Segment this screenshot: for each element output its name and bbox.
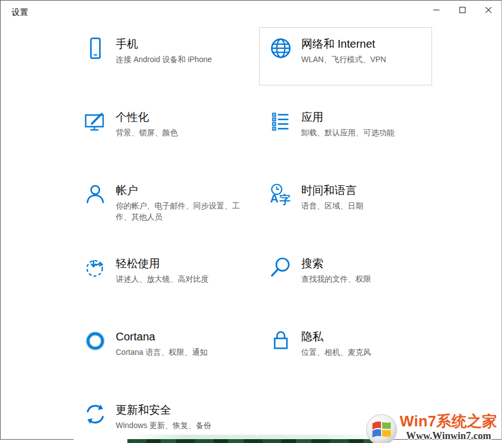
category-text: 轻松使用 讲述人、放大镜、高对比度: [116, 256, 243, 284]
settings-category-phone[interactable]: 手机 连接 Android 设备和 iPhone: [74, 27, 246, 85]
category-subtitle: 背景、锁屏、颜色: [116, 127, 243, 138]
watermark-site: Www.Winwin7.com: [406, 431, 491, 441]
category-subtitle: 讲述人、放大镜、高对比度: [116, 273, 243, 284]
ease-of-access-icon: [84, 256, 107, 279]
category-text: 更新和安全 Windows 更新、恢复、备份: [116, 403, 243, 431]
settings-category-accounts[interactable]: 帐户 你的帐户、电子邮件、同步设置、工作、其他人员: [74, 174, 246, 232]
category-text: 隐私 位置、相机、麦克风: [301, 329, 429, 358]
bottom-green-bar: [127, 439, 388, 443]
category-subtitle: WLAN、飞行模式、VPN: [301, 54, 429, 65]
maximize-icon: [459, 7, 466, 13]
search-icon: [269, 256, 292, 279]
category-text: Cortana Cortana 语言、权限、通知: [116, 329, 243, 358]
personalization-icon: [84, 110, 107, 133]
maximize-button[interactable]: [449, 1, 475, 19]
category-subtitle: 语音、区域、日期: [301, 200, 429, 211]
settings-window: 设置 手机 连接 Android 设备和 iPhone: [0, 0, 502, 440]
category-text: 个性化 背景、锁屏、颜色: [116, 110, 243, 138]
category-subtitle: 卸载、默认应用、可选功能: [301, 127, 429, 138]
category-title: 轻松使用: [116, 256, 243, 271]
settings-category-ease-of-access[interactable]: 轻松使用 讲述人、放大镜、高对比度: [74, 247, 246, 305]
cortana-icon: [84, 329, 107, 353]
category-text: 手机 连接 Android 设备和 iPhone: [116, 37, 243, 65]
category-subtitle: Cortana 语言、权限、通知: [116, 347, 243, 358]
category-title: 搜索: [301, 256, 429, 271]
watermark-brand: Win7系统之家: [400, 414, 497, 429]
category-subtitle: 查找我的文件、权限: [301, 273, 429, 284]
category-title: 更新和安全: [116, 403, 243, 417]
settings-category-cortana[interactable]: Cortana Cortana 语言、权限、通知: [74, 320, 246, 378]
category-title: 网络和 Internet: [301, 37, 429, 51]
watermark-text: Win7系统之家 Www.Winwin7.com: [400, 414, 497, 443]
category-title: 隐私: [301, 329, 429, 344]
category-text: 搜索 查找我的文件、权限: [301, 256, 429, 284]
category-subtitle: 你的帐户、电子邮件、同步设置、工作、其他人员: [116, 200, 243, 222]
settings-category-apps[interactable]: 应用 卸载、默认应用、可选功能: [259, 100, 432, 159]
close-icon: [485, 7, 492, 13]
svg-text:字: 字: [279, 194, 290, 206]
category-text: 应用 卸载、默认应用、可选功能: [301, 110, 429, 138]
apps-icon: [269, 110, 292, 133]
close-button[interactable]: [475, 1, 501, 19]
minimize-button[interactable]: [423, 1, 449, 19]
svg-text:A: A: [270, 192, 279, 205]
accounts-icon: [84, 183, 107, 206]
watermark: Win7系统之家 Www.Winwin7.com: [366, 413, 497, 443]
category-title: 应用: [301, 110, 429, 124]
category-title: 个性化: [116, 110, 243, 124]
update-icon: [84, 403, 107, 426]
settings-grid: 手机 连接 Android 设备和 iPhone 网络和 Internet WL…: [74, 27, 432, 443]
category-text: 帐户 你的帐户、电子邮件、同步设置、工作、其他人员: [116, 183, 243, 222]
category-subtitle: 连接 Android 设备和 iPhone: [116, 54, 243, 65]
category-title: Cortana: [116, 329, 243, 344]
settings-category-privacy[interactable]: 隐私 位置、相机、麦克风: [259, 320, 432, 378]
category-title: 手机: [116, 37, 243, 51]
title-bar: 设置: [1, 1, 501, 23]
bottom-green-haze: [132, 435, 382, 439]
category-text: 时间和语言 语音、区域、日期: [301, 183, 429, 211]
category-subtitle: Windows 更新、恢复、备份: [116, 420, 243, 431]
category-subtitle: 位置、相机、麦克风: [301, 347, 429, 358]
globe-icon: [269, 37, 292, 60]
minimize-icon: [433, 7, 440, 13]
privacy-icon: [269, 329, 292, 353]
win7-flag-logo-icon: [366, 413, 398, 443]
phone-icon: [84, 37, 107, 60]
category-title: 帐户: [116, 183, 243, 197]
settings-category-network[interactable]: 网络和 Internet WLAN、飞行模式、VPN: [259, 27, 432, 85]
settings-category-time-language[interactable]: A字 时间和语言 语音、区域、日期: [259, 174, 432, 232]
page-title: 设置: [12, 7, 28, 18]
category-text: 网络和 Internet WLAN、飞行模式、VPN: [301, 37, 429, 65]
category-title: 时间和语言: [301, 183, 429, 197]
time-language-icon: A字: [269, 183, 292, 206]
window-controls: [423, 1, 501, 19]
settings-category-personalization[interactable]: 个性化 背景、锁屏、颜色: [74, 100, 246, 159]
settings-category-search[interactable]: 搜索 查找我的文件、权限: [259, 247, 432, 305]
